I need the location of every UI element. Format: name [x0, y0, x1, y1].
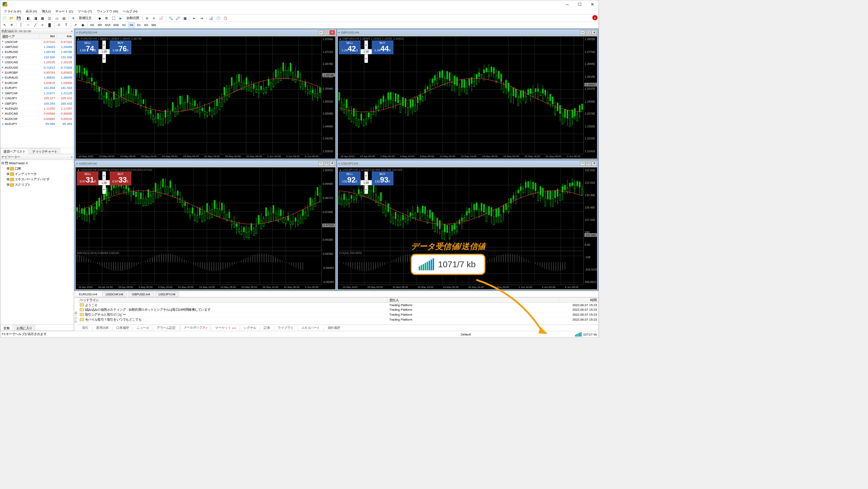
- chart-tab[interactable]: USDCHF,H4: [102, 291, 127, 297]
- new-order-button[interactable]: 新規注文: [77, 16, 93, 20]
- fibo-icon[interactable]: ▓: [46, 22, 52, 28]
- buy-button[interactable]: BUY1.06766: [110, 41, 131, 54]
- terminal-tab[interactable]: シグナル: [241, 325, 259, 331]
- vline-icon[interactable]: │: [18, 22, 24, 28]
- navigator-close-icon[interactable]: ×: [71, 155, 73, 158]
- profile-icon[interactable]: ◧: [25, 15, 31, 21]
- terminal-tab[interactable]: メールボックス7: [180, 324, 210, 331]
- chart-tab[interactable]: EURUSD,H4: [75, 291, 101, 297]
- menu-item[interactable]: 挿入(I): [39, 9, 53, 14]
- terminal-tab[interactable]: 操作履歴: [325, 325, 343, 331]
- templates-icon[interactable]: 📋: [222, 15, 229, 21]
- chart-close-icon[interactable]: ✕: [329, 161, 334, 166]
- chart-minimize-icon[interactable]: ─: [580, 161, 585, 166]
- chart-close-icon[interactable]: ✕: [591, 30, 596, 35]
- cursor-icon[interactable]: ↖: [1, 22, 7, 28]
- chart-menu-icon[interactable]: ≡: [338, 31, 340, 34]
- quote-row[interactable]: ▲USDJPY132.920132.938: [0, 55, 74, 60]
- market-watch-tab[interactable]: ティックチャート: [29, 148, 60, 154]
- quote-row[interactable]: ▼USDCHF0.973100.97331: [0, 39, 74, 44]
- tree-item[interactable]: ⊞ スクリプト: [1, 182, 73, 187]
- connection-status[interactable]: 1071/7 kb: [583, 333, 597, 336]
- tree-item[interactable]: ⊞ 口座: [1, 166, 73, 171]
- chart-maximize-icon[interactable]: ☐: [586, 161, 591, 166]
- terminal-icon[interactable]: ▭: [54, 15, 60, 21]
- chart-close-icon[interactable]: ✕: [591, 161, 596, 166]
- quote-row[interactable]: ▲AUDUSD0.718130.71834: [0, 65, 74, 70]
- volume-up-icon[interactable]: ▴: [103, 171, 106, 180]
- arrows-icon[interactable]: ↗: [72, 22, 79, 28]
- chart-menu-icon[interactable]: ≡: [76, 162, 78, 165]
- market-watch-close-icon[interactable]: ×: [71, 29, 73, 33]
- chart-close-icon[interactable]: ✕: [329, 30, 334, 35]
- navigator-icon[interactable]: ◫: [46, 15, 52, 21]
- chart-menu-icon[interactable]: ≡: [76, 31, 78, 34]
- quote-row[interactable]: ▲AUDJPY95.45695.493: [0, 121, 74, 126]
- timeframe-W1[interactable]: W1: [143, 23, 150, 28]
- terminal-tab[interactable]: ライブラリ: [275, 325, 296, 331]
- col-headline[interactable]: ヘッドライン: [78, 297, 388, 302]
- col-bid[interactable]: Bid: [40, 34, 57, 39]
- quote-row[interactable]: ▲EURJPY141.894141.924: [0, 85, 74, 90]
- text-icon[interactable]: A: [56, 22, 62, 28]
- maximize-button[interactable]: ☐: [574, 0, 586, 8]
- zoom-out-icon[interactable]: 🔎: [175, 15, 181, 21]
- quote-row[interactable]: ▲GBPCHF1.210771.21125: [0, 91, 74, 96]
- quote-row[interactable]: ▼USDCAD1.261051.26129: [0, 60, 74, 65]
- candle-chart-icon[interactable]: ⊩: [151, 15, 157, 21]
- terminal-tab[interactable]: エキスパート: [298, 325, 323, 331]
- volume-down-icon[interactable]: ▾: [364, 54, 367, 63]
- terminal-tab[interactable]: 記事: [261, 325, 273, 331]
- volume-up-icon[interactable]: ▴: [103, 41, 106, 49]
- quote-row[interactable]: ▲GBPJPY165.393165.433: [0, 101, 74, 106]
- timeframe-M1[interactable]: M1: [89, 23, 96, 28]
- fullscreen-icon[interactable]: ⛶: [111, 15, 117, 21]
- save-icon[interactable]: 💾: [16, 15, 22, 21]
- volume-input[interactable]: 1.00: [98, 49, 110, 54]
- menu-item[interactable]: ツール (T): [76, 9, 95, 14]
- tree-root[interactable]: ⊟ 🗔 MetaTrader 4: [1, 161, 73, 166]
- terminal-tab[interactable]: マーケット 114: [212, 325, 239, 331]
- label-icon[interactable]: T: [63, 22, 69, 28]
- volume-down-icon[interactable]: ▾: [103, 54, 106, 63]
- quote-row[interactable]: ▼EURCHF1.038781.03906: [0, 80, 74, 85]
- terminal-tab[interactable]: アラーム設定: [154, 325, 178, 331]
- open-icon[interactable]: 📂: [9, 15, 15, 21]
- chart-maximize-icon[interactable]: ☐: [324, 30, 329, 35]
- buy-button[interactable]: BUY132938: [372, 171, 393, 185]
- chart-menu-icon[interactable]: ≡: [338, 162, 340, 165]
- quote-row[interactable]: ▲EURUSD1.067481.06766: [0, 49, 74, 54]
- hline-icon[interactable]: ─: [25, 22, 31, 28]
- market-watch-icon[interactable]: ◨: [32, 15, 38, 21]
- new-order-icon[interactable]: ✚: [70, 15, 76, 21]
- menu-item[interactable]: ヘルプ (H): [120, 9, 139, 14]
- minimize-button[interactable]: ─: [561, 0, 573, 8]
- shift-icon[interactable]: ⇤: [191, 15, 198, 21]
- sell-button[interactable]: SELL1.06748: [77, 41, 98, 54]
- navigator-tab[interactable]: お気に入り: [13, 325, 35, 331]
- volume-input[interactable]: 1.00: [360, 49, 372, 54]
- metaeditor-icon[interactable]: ◆: [96, 15, 103, 21]
- tree-item[interactable]: ⊞ インディケータ: [1, 171, 73, 177]
- quote-row[interactable]: ▼AUDCAD0.905660.90600: [0, 111, 74, 116]
- navigator-tab[interactable]: 全般: [0, 325, 13, 331]
- crosshair-icon[interactable]: ✛: [9, 22, 15, 28]
- chart-maximize-icon[interactable]: ☐: [586, 30, 591, 35]
- volume-input[interactable]: 1.00: [360, 180, 372, 185]
- quote-row[interactable]: ▲EURAUD1.486201.48655: [0, 75, 74, 80]
- timeframe-MN[interactable]: MN: [150, 23, 157, 28]
- tile-icon[interactable]: ▦: [182, 15, 188, 21]
- sell-button[interactable]: SELL1.24423: [339, 41, 360, 54]
- timeframe-M5[interactable]: M5: [96, 23, 103, 28]
- volume-up-icon[interactable]: ▴: [364, 171, 367, 180]
- menu-item[interactable]: ファイル (F): [1, 9, 23, 14]
- autoscroll-icon[interactable]: ⇥: [198, 15, 205, 21]
- col-time[interactable]: 時間: [559, 297, 599, 302]
- trendline-icon[interactable]: ╱: [32, 22, 38, 28]
- sell-button[interactable]: SELL132920: [339, 171, 360, 185]
- timeframe-M30[interactable]: M30: [112, 23, 120, 28]
- buy-button[interactable]: BUY1.24449: [372, 41, 393, 54]
- timeframe-D1[interactable]: D1: [136, 23, 143, 28]
- terminal-tab[interactable]: 口座履歴: [113, 325, 131, 331]
- objects-icon[interactable]: ◉: [80, 22, 86, 28]
